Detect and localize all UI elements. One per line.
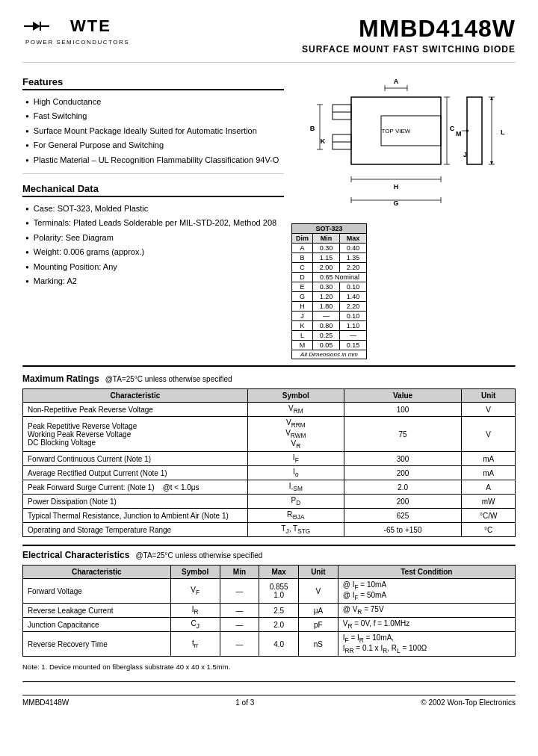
feature-item-5: Plastic Material – UL Recognition Flamma… <box>25 155 284 166</box>
mr-row-4: Average Rectified Output Current (Note 1… <box>23 466 516 480</box>
dim-row-b: B1.151.35 <box>292 253 367 263</box>
dim-row-c: C2.002.20 <box>292 263 367 273</box>
min-header: Min <box>313 234 340 244</box>
company-name: WTE <box>70 16 111 36</box>
note-text: Note: 1. Device mounted on fiberglass su… <box>22 663 516 671</box>
dim-row-e: E0.300.10 <box>292 282 367 292</box>
mechanical-title: Mechanical Data <box>22 183 284 197</box>
svg-text:B: B <box>310 125 315 132</box>
dim-header: Dim <box>292 234 313 244</box>
dim-row-j: J—0.10 <box>292 312 367 321</box>
svg-marker-42 <box>490 97 493 100</box>
ec-row-1: Forward Voltage VF — 0.8551.0 V @ IF = 1… <box>23 579 516 604</box>
mr-row-1: Non-Repetitive Peak Reverse Voltage VRM … <box>23 403 516 417</box>
page-header: WTE POWER SEMICONDUCTORS MMBD4148W SURFA… <box>22 15 516 55</box>
svg-text:G: G <box>393 199 398 207</box>
max-ratings-table: Characteristic Symbol Value Unit Non-Rep… <box>22 388 516 537</box>
feature-item-4: For General Purpose and Switching <box>25 140 284 151</box>
mr-row-2: Peak Repetitive Reverse VoltageWorking P… <box>23 417 516 452</box>
mech-item-4: Weight: 0.006 grams (approx.) <box>25 247 284 258</box>
dim-row-m: M0.050.15 <box>292 341 367 350</box>
footer-part: MMBD4148W <box>22 698 69 707</box>
svg-text:C: C <box>450 125 455 132</box>
ec-row-2: Reverse Leakage Current IR — 2.5 μA @ VR… <box>23 604 516 618</box>
mr-row-8: Operating and Storage Temperature Range … <box>23 523 516 537</box>
dim-row-g: G1.201.40 <box>292 292 367 302</box>
ec-col-min: Min <box>220 566 259 579</box>
part-subtitle: SURFACE MOUNT FAST SWITCHING DIODE <box>302 44 516 55</box>
mech-item-5: Mounting Position: Any <box>25 261 284 273</box>
max-ratings-section: Maximum Ratings @TA=25°C unless otherwis… <box>22 374 516 537</box>
part-number: MMBD4148W <box>302 15 516 43</box>
dim-footer: All Dimensions in mm <box>292 350 367 359</box>
feature-item-3: Surface Mount Package Ideally Suited for… <box>25 126 284 137</box>
elec-chars-table: Characteristic Symbol Min Max Unit Test … <box>22 565 516 657</box>
footer-page: 1 of 3 <box>235 698 254 707</box>
max-ratings-subtitle: @TA=25°C unless otherwise specified <box>105 375 232 383</box>
mech-item-1: Case: SOT-323, Molded Plastic <box>25 203 284 214</box>
svg-text:TOP VIEW: TOP VIEW <box>382 128 411 134</box>
ec-col-max: Max <box>259 566 299 579</box>
svg-marker-1 <box>33 22 40 31</box>
svg-text:M: M <box>456 130 462 137</box>
page-footer: MMBD4148W 1 of 3 © 2002 Won-Top Electron… <box>22 695 516 707</box>
max-ratings-title: Maximum Ratings <box>22 374 99 384</box>
dimensions-table-container: SOT-323 Dim Min Max A0.300.40 B1.151.35 … <box>291 220 516 359</box>
svg-text:K: K <box>321 137 326 145</box>
col-value: Value <box>344 389 462 403</box>
features-left: Features High Conductance Fast Switching… <box>22 67 284 359</box>
svg-text:L: L <box>501 128 505 136</box>
logo-area: WTE POWER SEMICONDUCTORS <box>22 15 129 46</box>
col-characteristic: Characteristic <box>23 389 248 403</box>
features-section: Features High Conductance Fast Switching… <box>22 67 516 359</box>
svg-text:H: H <box>394 183 399 190</box>
mr-row-6: Power Dissipation (Note 1) PD 200 mW <box>23 495 516 509</box>
feature-item-1: High Conductance <box>25 96 284 108</box>
svg-marker-41 <box>466 129 469 132</box>
dim-row-k: K0.801.10 <box>292 321 367 331</box>
dim-row-d: D0.65 Nominal <box>292 273 367 282</box>
dimensions-table: SOT-323 Dim Min Max A0.300.40 B1.151.35 … <box>291 223 367 359</box>
mech-item-3: Polarity: See Diagram <box>25 232 284 244</box>
features-right: TOP VIEW A B <box>291 67 516 359</box>
mr-row-7: Typical Thermal Resistance, Junction to … <box>23 509 516 523</box>
ec-row-4: Reverse Recovery Time trr — 4.0 nS IF = … <box>23 632 516 657</box>
col-symbol: Symbol <box>247 389 344 403</box>
ec-col-sym: Symbol <box>170 566 220 579</box>
mech-item-6: Marking: A2 <box>25 276 284 287</box>
dim-row-a: A0.300.40 <box>292 244 367 253</box>
company-sub: POWER SEMICONDUCTORS <box>25 39 129 46</box>
svg-marker-43 <box>490 161 493 164</box>
elec-chars-title: Electrical Characteristics <box>22 550 129 560</box>
elec-chars-subtitle: @TA=25°C unless otherwise specified <box>135 551 262 560</box>
mr-row-3: Forward Continuous Current (Note 1) IF 3… <box>23 452 516 466</box>
package-diagram-svg: TOP VIEW A B <box>291 67 508 213</box>
dim-row-l: L0.25— <box>292 331 367 341</box>
ec-col-unit: Unit <box>299 566 338 579</box>
max-header: Max <box>340 234 367 244</box>
features-list: High Conductance Fast Switching Surface … <box>22 96 284 166</box>
svg-text:A: A <box>394 78 399 85</box>
elec-chars-section: Electrical Characteristics @TA=25°C unle… <box>22 550 516 657</box>
ec-col-cond: Test Condition <box>338 566 515 579</box>
mech-item-2: Terminals: Plated Leads Solderable per M… <box>25 217 284 229</box>
mechanical-list: Case: SOT-323, Molded Plastic Terminals:… <box>22 203 284 287</box>
ec-row-3: Junction Capacitance CJ — 2.0 pF VR = 0V… <box>23 618 516 632</box>
features-title: Features <box>22 76 284 90</box>
dim-row-h: H1.802.20 <box>292 302 367 312</box>
footer-copyright: © 2002 Won-Top Electronics <box>421 698 516 707</box>
mr-row-5: Peak Forward Surge Current: (Note 1) @t … <box>23 480 516 495</box>
ec-col-char: Characteristic <box>23 566 171 579</box>
sot323-title: SOT-323 <box>292 224 367 234</box>
col-unit: Unit <box>462 389 516 403</box>
wte-logo-icon <box>22 15 67 37</box>
package-diagram: TOP VIEW A B <box>291 67 516 214</box>
feature-item-2: Fast Switching <box>25 111 284 122</box>
